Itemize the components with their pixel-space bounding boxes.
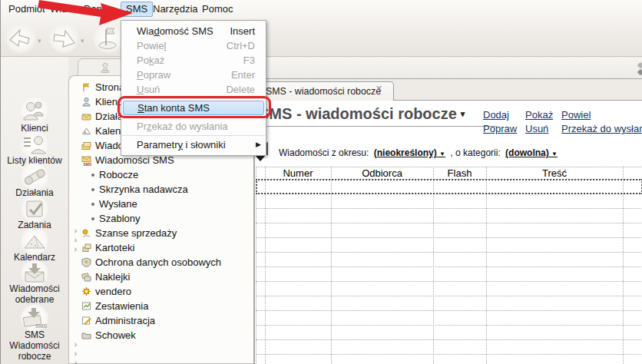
mail-icon [81, 141, 91, 153]
menu-item-label: Powiel [137, 40, 166, 51]
annotation-red-arrow [30, 0, 137, 28]
table-gridline [433, 167, 434, 364]
sms-menu-item-parametry-i-s-owniki[interactable]: Parametry i słowniki▶ [121, 137, 266, 152]
tree-item-label: Zestawienia [95, 300, 148, 312]
tree-item-label: Skrzynka nadawcza [99, 184, 188, 195]
client-lists-icon[interactable] [21, 131, 48, 158]
chevron-down-icon[interactable]: ▾ [461, 109, 465, 118]
tree-item-kartoteki[interactable]: Kartoteki [81, 240, 253, 255]
gear-icon [81, 286, 91, 299]
page-title[interactable]: SMS - wiadomości robocze▾ [259, 105, 465, 123]
tree-item-administracja[interactable]: Administracja [81, 313, 253, 328]
tab-close-icon[interactable]: ✕ [376, 84, 382, 94]
table-gridline [256, 281, 642, 282]
table-gridline [256, 223, 642, 223]
chevron-down-icon[interactable]: ▾ [81, 37, 84, 45]
sidebar-item-wiadomo-ci-odebrane-label[interactable]: odebrane [1, 294, 68, 305]
filter-bar: Wiadomości z okresu: (nieokreślony) ▼ , … [279, 147, 560, 160]
main-panel [254, 58, 642, 364]
link-dodaj[interactable]: Dodaj [483, 109, 509, 121]
tree-item-ochrona-danych-osobowych[interactable]: Ochrona danych osobowych [81, 255, 253, 270]
sidebar-item-sms-wiadomo-ci-robocze-label[interactable]: Wiadomości [1, 340, 68, 351]
tree-item-szanse-sprzeda-y[interactable]: Szanse sprzedaży [81, 226, 253, 240]
tab-label: SMS - wiadomości robocze [266, 86, 381, 97]
toolbar-button-forward-arrow-icon[interactable] [48, 23, 79, 54]
activities-icon[interactable] [21, 163, 48, 190]
chevron-right-icon[interactable]: › [71, 227, 81, 235]
calendar-icon[interactable] [21, 227, 48, 255]
link-powiel[interactable]: Powiel [561, 109, 591, 121]
tree-subitem-robocze[interactable]: Robocze [81, 167, 253, 182]
table-focused-row[interactable] [256, 179, 642, 194]
link-poka[interactable]: Pokaż [525, 109, 553, 121]
chevron-down-icon[interactable]: ▾ [38, 37, 41, 45]
table-gridline [256, 296, 642, 296]
table-gridline [256, 339, 642, 340]
column-header-odbiorca[interactable]: Odbiorca [331, 167, 433, 179]
menu-separator [122, 135, 265, 136]
link-popraw[interactable]: Popraw [483, 123, 517, 134]
chevron-right-icon[interactable]: › [71, 350, 81, 358]
column-header-numer[interactable]: Numer [265, 167, 331, 179]
admin-icon [81, 316, 91, 328]
table-gridline [256, 310, 642, 311]
bullet-icon [91, 174, 94, 177]
tree-item-schowek[interactable]: Schowek [81, 328, 253, 342]
chevron-right-icon[interactable]: › [71, 359, 81, 364]
chevron-right-icon[interactable]: › [71, 246, 81, 253]
tasks-icon[interactable] [21, 195, 48, 223]
menu-narz-dzia[interactable]: Narzędzia [148, 2, 203, 16]
clients-icon[interactable] [21, 97, 48, 124]
sms-dropdown-menu: Wiadomość SMSInsertPowielCtrl+DPokażF3Po… [121, 20, 266, 156]
menu-item-label: Parametry i słowniki [137, 139, 226, 151]
tree-subitem-wys-ane[interactable]: Wysłane [81, 197, 253, 211]
menu-shortcut: Insert [230, 24, 255, 38]
svg-text:SMS: SMS [84, 162, 92, 167]
panel-options-icon[interactable] [635, 62, 642, 79]
column-header-flash[interactable]: Flash [433, 167, 486, 179]
tree-subitem-szablony[interactable]: Szablony [81, 211, 253, 226]
column-header-tre[interactable]: Treść [486, 167, 623, 179]
sms-menu-item-przeka-do-wys-ania: Przekaż do wysłania [121, 119, 266, 134]
bullet-icon [91, 217, 94, 220]
tree-item-vendero[interactable]: vendero [81, 284, 253, 299]
table-gridline [256, 325, 642, 326]
reports-icon [81, 301, 91, 313]
sidebar-item-sms-wiadomo-ci-robocze-label[interactable]: robocze [1, 351, 68, 362]
tree-item-zestawienia[interactable]: Zestawienia [81, 299, 253, 313]
sidebar-item-sms-wiadomo-ci-robocze-label[interactable]: SMS [1, 329, 68, 340]
application-window: PodmiotWidokDaneSMSNarzędziaPomoc ▾▾ GT … [0, 0, 642, 364]
tree-subitem-skrzynka-nadawcza[interactable]: Skrzynka nadawcza [81, 182, 253, 197]
tree-item-label: Wiadomości SMS [95, 154, 174, 166]
table-gridline [256, 252, 642, 253]
tab-sms-wiadomosci-robocze[interactable]: SMS - wiadomości robocze ✕ [257, 81, 394, 101]
labels-icon [81, 272, 91, 284]
menu-pomoc[interactable]: Pomoc [197, 2, 237, 16]
toolbar-button-flag-pin-icon[interactable] [93, 23, 124, 54]
filter-period-value[interactable]: (nieokreślony) ▼ [374, 147, 445, 158]
bullet-icon [91, 188, 94, 191]
filter-category-value[interactable]: (dowolna) ▼ [505, 147, 558, 158]
chevron-right-icon[interactable]: › [71, 237, 81, 244]
table-gridline [256, 266, 642, 267]
sms-menu-item-wiadomo-sms[interactable]: Wiadomość SMSInsert [121, 24, 266, 38]
tree-item-label: Kartoteki [95, 242, 134, 253]
sidebar-item-wiadomo-ci-odebrane-label[interactable]: Wiadomości [1, 283, 68, 294]
filter-category-label: , o kategorii: [450, 147, 500, 158]
link-przeka-do-wys-ania[interactable]: Przekaż do wysłania [561, 123, 642, 134]
toolbar-button-back-arrow-icon[interactable] [5, 23, 36, 54]
link-usu[interactable]: Usuń [525, 123, 548, 134]
module-sidebar: KlienciListy klientówDziałaniaZadaniaKal… [1, 57, 68, 364]
mail-sms-icon: SMS [81, 155, 91, 168]
filter-dropdown-arrow-icon[interactable] [255, 155, 266, 161]
tree-item-naklejki[interactable]: Naklejki [81, 270, 253, 284]
sms-envelope-icon[interactable]: SMS [21, 304, 48, 332]
chevron-right-icon[interactable]: › [71, 341, 81, 349]
tree-item-label: Wysłane [99, 198, 137, 210]
shield-icon [81, 257, 91, 270]
page-title-text: SMS - wiadomości robocze [259, 105, 457, 122]
menu-shortcut: Delete [226, 82, 255, 97]
chevron-down-icon: ▼ [551, 151, 558, 157]
calendar-small-icon [81, 126, 91, 138]
tree-item-label: Ochrona danych osobowych [95, 256, 221, 268]
